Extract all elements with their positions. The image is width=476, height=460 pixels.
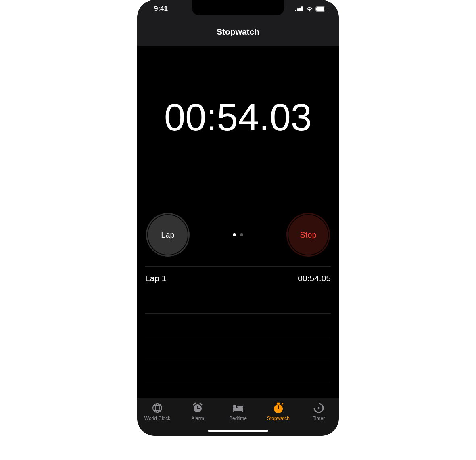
svg-rect-0 [295, 10, 296, 11]
cellular-icon [295, 6, 303, 11]
nav-bar: Stopwatch [137, 18, 339, 46]
page-indicator[interactable] [233, 233, 243, 236]
tab-bedtime[interactable]: Bedtime [220, 402, 256, 421]
svg-rect-17 [233, 408, 243, 411]
tab-label: Bedtime [229, 416, 247, 421]
battery-icon [315, 6, 327, 12]
lap-time: 00:54.05 [298, 274, 331, 283]
status-icons [295, 6, 327, 12]
svg-rect-1 [297, 8, 299, 11]
home-indicator[interactable] [208, 430, 268, 432]
lap-row-empty [145, 290, 331, 313]
tab-label: World Clock [144, 416, 170, 421]
alarm-clock-icon [192, 402, 204, 414]
lap-row-empty [145, 313, 331, 337]
lap-row-empty [145, 337, 331, 360]
page-dot-1 [233, 233, 236, 236]
status-time: 9:41 [154, 5, 168, 13]
svg-rect-5 [316, 7, 324, 11]
page-title: Stopwatch [217, 27, 259, 37]
svg-point-28 [318, 407, 320, 409]
tab-world-clock[interactable]: World Clock [139, 402, 175, 421]
svg-rect-6 [326, 8, 326, 10]
content-area: 00:54.03 Lap Stop Lap 1 00:54.05 [137, 46, 339, 398]
lap-button-label: Lap [161, 230, 174, 240]
svg-rect-20 [233, 411, 234, 412]
svg-line-15 [194, 403, 195, 405]
lap-button[interactable]: Lap [146, 213, 190, 257]
lap-label: Lap 1 [145, 274, 167, 283]
tab-timer[interactable]: Timer [301, 402, 337, 421]
controls-row: Lap Stop [145, 213, 331, 257]
globe-icon [151, 402, 163, 414]
svg-rect-19 [237, 406, 243, 408]
svg-rect-3 [301, 6, 303, 11]
phone-frame: 9:41 [137, 0, 339, 436]
tab-label: Timer [313, 416, 325, 421]
stopwatch-icon [272, 402, 284, 414]
tab-stopwatch[interactable]: Stopwatch [260, 402, 296, 421]
bed-icon [232, 402, 244, 414]
tab-label: Alarm [191, 416, 204, 421]
svg-line-16 [200, 403, 202, 405]
stop-button[interactable]: Stop [286, 213, 330, 257]
tab-label: Stopwatch [267, 416, 290, 421]
notch [192, 0, 284, 15]
lap-row: Lap 1 00:54.05 [145, 266, 331, 290]
svg-rect-21 [242, 411, 243, 412]
svg-line-26 [282, 404, 283, 404]
page-dot-2 [240, 233, 243, 236]
svg-rect-2 [299, 8, 301, 11]
lap-row-empty [145, 360, 331, 383]
stop-button-label: Stop [300, 230, 316, 240]
elapsed-time-display: 00:54.03 [145, 98, 331, 136]
svg-rect-18 [233, 405, 236, 408]
wifi-icon [306, 6, 313, 12]
timer-icon [313, 402, 325, 414]
lap-list[interactable]: Lap 1 00:54.05 [145, 266, 331, 383]
tab-alarm[interactable]: Alarm [180, 402, 216, 421]
